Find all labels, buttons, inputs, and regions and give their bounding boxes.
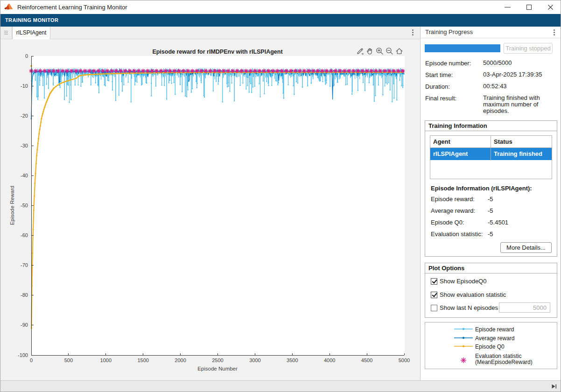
status-column-header[interactable]: Status [491,136,552,148]
table-header-row: Agent Status [430,136,552,148]
episode-q0-swatch [454,344,473,348]
chart-legend: Episode reward Average reward Episode Q0… [425,322,557,369]
training-progress-panel: Training Progress Training stopped Episo… [420,27,561,380]
svg-text:Episode Number: Episode Number [197,366,238,371]
svg-text:2000: 2000 [175,357,186,363]
duration-label: Duration: [425,83,483,90]
tab-training-monitor[interactable]: TRAINING MONITOR [0,14,63,27]
panel-header: Training Progress [421,27,561,38]
training-information-box: Training Information Agent Status rILSPI… [425,120,557,257]
episode-reward-swatch [454,327,473,331]
duration-value: 00:52:43 [483,83,553,90]
expand-statusbar-icon[interactable] [551,383,557,390]
svg-text:-70: -70 [21,262,28,268]
episode-q0-row: Episode Q0:-5.4501 [431,219,508,226]
svg-text:-90: -90 [21,322,28,328]
svg-text:3000: 3000 [249,357,260,363]
more-details-button[interactable]: More Details... [500,242,552,253]
matlab-logo-icon [4,3,13,11]
svg-text:Episode reward for rIMDPEnv wi: Episode reward for rIMDPEnv with rILSPIA… [152,49,283,55]
svg-text:-60: -60 [21,232,28,238]
svg-text:-10: -10 [21,83,28,89]
show-evaluation-statistic-checkbox[interactable] [431,292,437,298]
svg-text:-50: -50 [21,203,28,208]
start-time-value: 03-Apr-2025 17:39:35 [483,71,553,78]
axes-toolbar [356,47,403,55]
episode-number-label: Episode number: [425,60,483,67]
tabstrip-handle[interactable] [0,27,12,39]
svg-text:Episode Reward: Episode Reward [9,186,15,225]
svg-text:-30: -30 [21,143,28,148]
training-chart: 0-10-20-30-40-50-60-70-80-90-10005001000… [0,39,420,380]
episode-information-title: Episode Information (rILSPIAgent): [431,185,532,192]
agent-cell[interactable]: rILSPIAgent [430,148,491,160]
final-result-value: Training finished with maximum number of… [483,95,553,114]
training-stopped-button[interactable]: Training stopped [504,43,553,54]
table-row[interactable]: rILSPIAgent Training finished [430,148,552,160]
evaluation-statistic-swatch [454,355,473,365]
svg-text:3500: 3500 [287,357,298,363]
svg-text:4500: 4500 [361,357,372,363]
home-icon[interactable] [395,47,403,55]
document-tabstrip: rILSPIAgent [0,27,420,39]
episode-reward-row: Episode reward:-5 [431,196,493,203]
tab-options-icon[interactable] [412,29,414,35]
final-result-label: Final result: [425,95,483,102]
final-result-row: Final result:Training finished with maxi… [425,95,553,114]
svg-text:-80: -80 [21,292,28,298]
toolstrip: TRAINING MONITOR [0,14,561,27]
episode-number-value: 5000/5000 [483,60,553,66]
agent-column-header[interactable]: Agent [430,136,491,148]
training-progress-bar [425,44,500,52]
panel-title: Training Progress [425,28,473,35]
episode-number-row: Episode number:5000/5000 [425,60,553,67]
last-n-episodes-input[interactable]: 5000 [499,302,550,313]
tab-rilspiagent[interactable]: rILSPIAgent [12,27,50,39]
plot-options-title: Plot Options [425,263,557,273]
svg-text:-20: -20 [21,113,28,119]
window-title: Reinforcement Learning Training Monitor [17,4,127,11]
show-last-n-episodes-row: Show last N episodes [431,304,498,311]
show-episodeq0-row: Show EpisodeQ0 [431,278,486,285]
show-last-n-episodes-checkbox[interactable] [431,305,437,311]
panel-options-icon[interactable] [554,29,555,35]
svg-text:0: 0 [25,53,28,59]
document-panel: rILSPIAgent 0-10-20-30-40-50-60-70-80-90… [0,27,420,380]
svg-text:0: 0 [30,357,33,363]
plot-options-box: Plot Options Show EpisodeQ0 Show evaluat… [425,263,557,318]
svg-text:500: 500 [64,357,73,363]
svg-text:-100: -100 [18,352,28,358]
close-button[interactable] [540,0,561,14]
svg-text:1000: 1000 [100,357,112,363]
chart-canvas: 0-10-20-30-40-50-60-70-80-90-10005001000… [0,39,420,382]
evaluation-statistic-row: Evaluation statistic:-5 [431,231,493,238]
start-time-row: Start time:03-Apr-2025 17:39:35 [425,71,553,78]
svg-text:-40: -40 [21,173,28,178]
title-bar: Reinforcement Learning Training Monitor [0,0,561,14]
svg-text:1500: 1500 [137,357,148,363]
pan-icon[interactable] [366,47,374,55]
status-bar [0,380,561,392]
svg-text:2500: 2500 [212,357,223,363]
agent-status-table: Agent Status rILSPIAgent Training finish… [430,135,552,179]
show-evaluation-statistic-row: Show evaluation statistic [431,291,506,298]
svg-text:5000: 5000 [399,357,410,363]
svg-text:4000: 4000 [324,357,335,363]
zoom-out-icon[interactable] [386,47,393,55]
duration-row: Duration:00:52:43 [425,83,553,90]
edit-plot-icon[interactable] [356,47,364,55]
show-episodeq0-checkbox[interactable] [431,278,437,285]
average-reward-row: Average reward:-5 [431,207,493,214]
start-time-label: Start time: [425,71,483,78]
training-information-title: Training Information [425,121,557,131]
maximize-button[interactable] [518,0,540,14]
minimize-button[interactable] [497,0,518,14]
average-reward-swatch [454,336,473,340]
zoom-in-icon[interactable] [376,47,384,55]
status-cell[interactable]: Training finished [491,148,552,160]
